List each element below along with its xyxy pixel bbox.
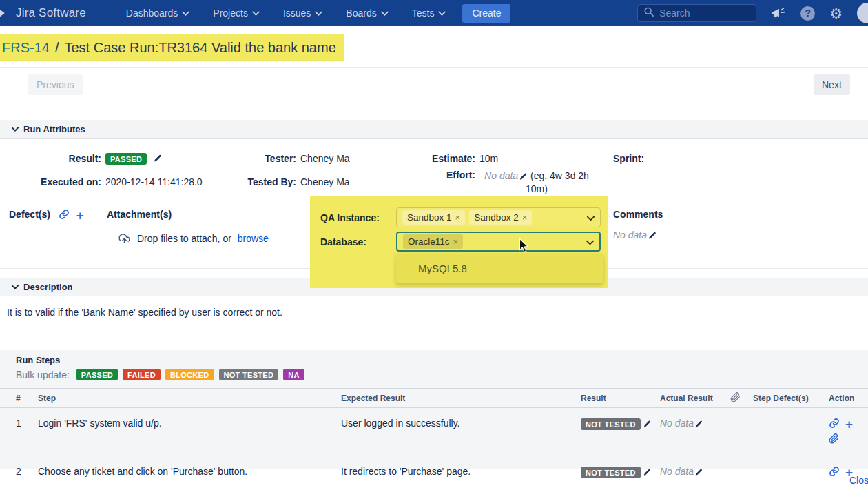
attach-file-icon[interactable] [829,433,839,446]
user-avatar[interactable] [857,3,868,23]
edit-actual-result-pencil-icon[interactable] [694,420,703,429]
qa-fields-highlight-overlay: QA Instance: Sandbox 1 × Sandbox 2 × Dat… [310,196,608,288]
mouse-cursor [519,238,529,256]
top-navbar: Jira Software Dashboards Projects Issues… [0,0,868,26]
jira-logo[interactable]: Jira Software [0,6,86,21]
help-icon[interactable]: ? [800,6,815,21]
action-cell: + [829,418,856,446]
bulk-update-label: Bulk update: [16,369,70,380]
add-step-defect-plus-icon[interactable]: + [845,418,853,431]
breadcrumb-issue-link[interactable]: FRS-14 [2,40,50,56]
run-attributes-section-header[interactable]: Run Attributes [0,120,868,139]
comments-value: No data [613,229,647,241]
step-status-badge: NOT TESTED [581,418,641,430]
browse-link[interactable]: browse [238,233,269,244]
sprint-label: Sprint: [613,153,644,164]
step-status-badge: NOT TESTED [581,467,641,478]
previous-button[interactable]: Previous [28,74,83,95]
nav-menu-issues[interactable]: Issues [273,0,332,26]
section-title: Description [23,282,73,292]
actual-result-field: No data [660,466,730,477]
attachment-column-icon [730,392,753,405]
qa-instance-select[interactable]: Sandbox 1 × Sandbox 2 × [396,207,601,227]
defects-label: Defect(s) [9,209,50,220]
gear-glyph: ⚙ [829,6,843,21]
chip-remove-icon[interactable]: × [455,212,461,223]
chevron-down-icon [12,127,19,132]
step-text: Login 'FRS' system valid u/p. [38,418,341,429]
bulk-not-tested-button[interactable]: NOT TESTED [219,369,279,380]
tester-value: Cheney Ma [300,153,350,164]
link-step-defect-icon[interactable] [829,466,840,479]
nav-menu-label: Issues [283,8,311,19]
nav-menu-projects[interactable]: Projects [203,0,269,26]
qa-instance-label: QA Instance: [320,212,380,223]
step-num: 2 [16,466,38,477]
qa-instance-chip: Sandbox 1 × [402,210,465,225]
result-field: PASSED [105,152,163,165]
nav-menu-boards[interactable]: Boards [336,0,397,26]
nav-menu-dashboards[interactable]: Dashboards [116,0,200,26]
step-result-field: NOT TESTED [581,466,660,478]
chip-label: Sandbox 1 [407,212,452,223]
bulk-blocked-button[interactable]: BLOCKED [165,369,214,380]
chevron-down-icon [381,11,389,16]
database-select[interactable]: Oracle11c × [396,232,601,252]
next-button[interactable]: Next [814,74,850,95]
edit-step-result-pencil-icon[interactable] [643,468,652,477]
upload-cloud-icon [118,233,130,246]
nav-menu-label: Boards [346,8,376,19]
page-title: FRS-14 / Test Case Run:TR3164 Valid the … [0,34,344,61]
chip-remove-icon[interactable]: × [522,212,528,223]
chip-remove-icon[interactable]: × [453,236,459,247]
edit-effort-pencil-icon[interactable] [519,172,528,181]
chevron-down-icon [252,11,260,16]
attachment-dropzone[interactable]: Drop files to attach, or browse [118,233,269,246]
database-label: Database: [320,236,366,247]
estimate-value: 10m [479,153,498,164]
database-option-mysql[interactable]: MySQL5.8 [396,254,603,283]
test-run-page: Jira Software Dashboards Projects Issues… [0,0,868,490]
announcements-icon[interactable] [771,6,786,20]
global-search[interactable] [637,4,756,22]
comments-label: Comments [613,209,663,220]
description-text: It is to valid if the 'Bank Name' specif… [7,307,282,318]
step-text: Choose any ticket and click on 'Purchase… [38,466,341,477]
navbar-right: ? ⚙ [637,3,868,23]
nav-menu-tests[interactable]: Tests [402,0,456,26]
jira-logo-text: Jira Software [16,6,86,20]
tested-by-label: Tested By: [207,176,296,187]
run-steps-title: Run Steps [16,355,60,365]
step-num: 1 [16,418,38,429]
bulk-failed-button[interactable]: FAILED [123,369,161,380]
settings-gear-icon[interactable]: ⚙ [829,6,843,21]
link-defect-icon[interactable] [59,209,70,222]
edit-step-result-pencil-icon[interactable] [643,420,652,429]
close-link[interactable]: Clos [849,475,868,486]
col-num: # [16,394,38,403]
bulk-update-row: Bulk update: PASSED FAILED BLOCKED NOT T… [16,369,304,380]
effort-label: Effort: [386,170,475,181]
bulk-na-button[interactable]: NA [283,369,304,380]
chevron-down-icon [438,11,446,16]
step-result-field: NOT TESTED [581,418,660,430]
create-button[interactable]: Create [462,4,510,23]
effort-field: No data (eg. 4w 3d 2h 10m) [479,170,594,196]
search-input[interactable] [659,8,742,19]
jira-logo-icon [0,6,11,21]
executed-on-value: 2020-12-14 11:41:28.0 [105,176,203,187]
table-row: 1 Login 'FRS' system valid u/p. User log… [0,408,868,456]
nav-menu-label: Dashboards [126,8,178,19]
help-glyph: ? [800,6,815,21]
link-step-defect-icon[interactable] [829,418,840,431]
nav-menus: Dashboards Projects Issues Boards Tests [116,0,456,26]
effort-hint: (eg. 4w 3d 2h 10m) [526,170,589,194]
bulk-passed-button[interactable]: PASSED [76,369,118,380]
edit-actual-result-pencil-icon[interactable] [694,468,703,477]
edit-result-pencil-icon[interactable] [153,154,163,163]
run-steps-table: # Step Expected Result Result Actual Res… [0,388,868,489]
edit-comments-pencil-icon[interactable] [648,231,657,241]
add-defect-plus-icon[interactable]: + [76,209,84,222]
col-expected: Expected Result [341,394,581,403]
actual-result-value: No data [660,418,694,429]
